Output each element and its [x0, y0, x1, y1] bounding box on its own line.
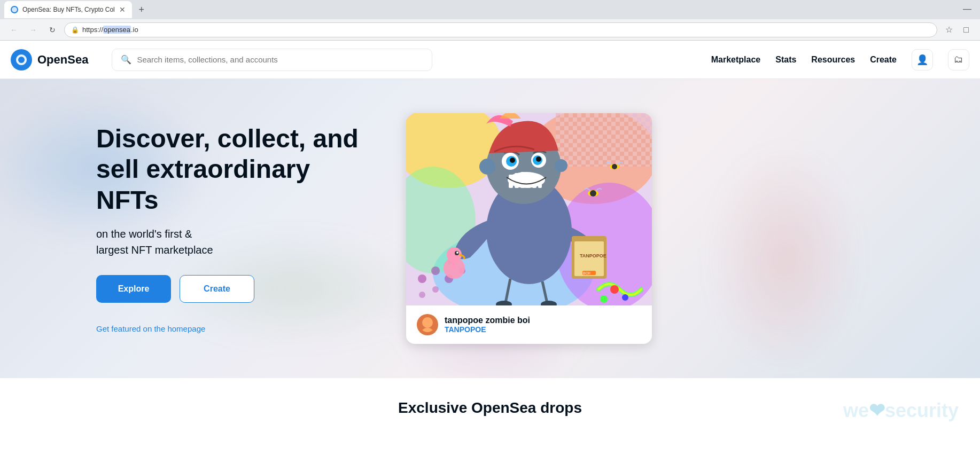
- tab-title: OpenSea: Buy NFTs, Crypto Col: [22, 6, 115, 13]
- svg-rect-12: [556, 113, 652, 167]
- url-text: https://opensea.io: [82, 26, 930, 34]
- nav-links: Marketplace Stats Resources Create 👤 🗂: [711, 49, 969, 70]
- svg-point-55: [422, 317, 433, 328]
- extensions-button[interactable]: □: [959, 22, 974, 37]
- search-bar[interactable]: 🔍: [112, 49, 432, 71]
- opensea-logo[interactable]: OpenSea: [11, 49, 88, 70]
- hero-text: Discover, collect, and sell extraordinar…: [96, 123, 363, 334]
- nft-image: TANPOPOE BOI!: [406, 113, 652, 305]
- wallet-button[interactable]: 🗂: [948, 49, 969, 70]
- user-icon: 👤: [916, 54, 928, 66]
- svg-text:BOI!: BOI!: [583, 271, 590, 275]
- user-account-button[interactable]: 👤: [912, 49, 933, 70]
- svg-point-14: [431, 266, 440, 275]
- svg-point-0: [12, 7, 17, 12]
- svg-point-51: [610, 285, 619, 294]
- hero-subtitle: on the world's first &largest NFT market…: [96, 226, 363, 258]
- nav-link-marketplace[interactable]: Marketplace: [711, 55, 761, 65]
- tab-favicon: [11, 6, 18, 13]
- nft-text: tanpopoe zombie boi TANPOPOE: [445, 316, 530, 334]
- svg-text:TANPOPOE: TANPOPOE: [580, 253, 606, 258]
- hero-title: Discover, collect, and sell extraordinar…: [96, 123, 363, 216]
- nft-name: tanpopoe zombie boi: [445, 316, 530, 325]
- browser-chrome: OpenSea: Buy NFTs, Crypto Col ✕ + — ← → …: [0, 0, 980, 41]
- hero-buttons: Explore Create: [96, 275, 363, 303]
- search-icon: 🔍: [121, 54, 131, 65]
- search-input[interactable]: [137, 55, 423, 64]
- nft-creator: TANPOPOE: [445, 325, 530, 334]
- svg-point-52: [622, 294, 628, 301]
- main-nav: OpenSea 🔍 Marketplace Stats Resources Cr…: [0, 41, 980, 79]
- bookmark-button[interactable]: ☆: [942, 22, 956, 37]
- svg-rect-24: [520, 172, 525, 188]
- browser-toolbar: ← → ↻ 🔒 https://opensea.io ☆ □: [0, 19, 980, 41]
- svg-point-32: [510, 158, 515, 163]
- tab-close-button[interactable]: ✕: [119, 6, 126, 13]
- toolbar-actions: ☆ □: [942, 22, 974, 37]
- featured-link[interactable]: Get featured on the homepage: [96, 324, 205, 333]
- nft-avatar: [417, 314, 438, 335]
- browser-titlebar: OpenSea: Buy NFTs, Crypto Col ✕ + —: [0, 0, 980, 19]
- window-controls: —: [961, 4, 974, 14]
- opensea-app: OpenSea 🔍 Marketplace Stats Resources Cr…: [0, 41, 980, 427]
- url-highlighted: opensea: [103, 26, 131, 34]
- address-bar[interactable]: 🔒 https://opensea.io: [64, 22, 937, 37]
- opensea-logo-icon: [11, 49, 32, 70]
- svg-rect-27: [538, 176, 542, 188]
- nft-card[interactable]: TANPOPOE BOI!: [406, 113, 652, 344]
- new-tab-button[interactable]: +: [134, 2, 149, 17]
- browser-tab[interactable]: OpenSea: Buy NFTs, Crypto Col ✕: [4, 1, 132, 18]
- svg-rect-22: [509, 175, 513, 188]
- svg-point-33: [536, 156, 541, 162]
- forward-button[interactable]: →: [26, 22, 41, 37]
- svg-point-46: [447, 247, 462, 262]
- svg-point-1: [18, 57, 25, 63]
- nav-link-create[interactable]: Create: [870, 55, 897, 65]
- minimize-button[interactable]: —: [961, 4, 974, 14]
- svg-point-35: [555, 159, 567, 172]
- svg-point-17: [419, 292, 425, 298]
- svg-rect-23: [515, 173, 519, 188]
- explore-button[interactable]: Explore: [96, 275, 171, 303]
- opensea-logo-text: OpenSea: [37, 53, 88, 67]
- back-button[interactable]: ←: [6, 22, 21, 37]
- drops-title: Exclusive OpenSea drops: [11, 399, 969, 417]
- svg-point-13: [418, 274, 426, 283]
- svg-rect-25: [526, 173, 531, 188]
- svg-point-44: [612, 164, 617, 169]
- svg-point-48: [456, 252, 458, 254]
- svg-point-18: [432, 286, 439, 293]
- hero-section: Discover, collect, and sell extraordinar…: [0, 79, 980, 378]
- refresh-button[interactable]: ↻: [45, 22, 60, 37]
- create-button[interactable]: Create: [180, 275, 254, 303]
- wallet-icon: 🗂: [954, 54, 963, 65]
- hero-content: Discover, collect, and sell extraordinar…: [0, 81, 980, 376]
- nft-artwork-svg: TANPOPOE BOI!: [406, 113, 652, 305]
- svg-rect-26: [532, 175, 536, 188]
- svg-point-53: [600, 295, 608, 303]
- svg-point-42: [590, 190, 596, 197]
- svg-point-34: [479, 159, 495, 175]
- lock-icon: 🔒: [71, 26, 79, 34]
- nav-link-resources[interactable]: Resources: [811, 55, 855, 65]
- nav-link-stats[interactable]: Stats: [775, 55, 796, 65]
- bottom-section: Exclusive OpenSea drops we❤security: [0, 378, 980, 427]
- nft-info: tanpopoe zombie boi TANPOPOE: [406, 305, 652, 344]
